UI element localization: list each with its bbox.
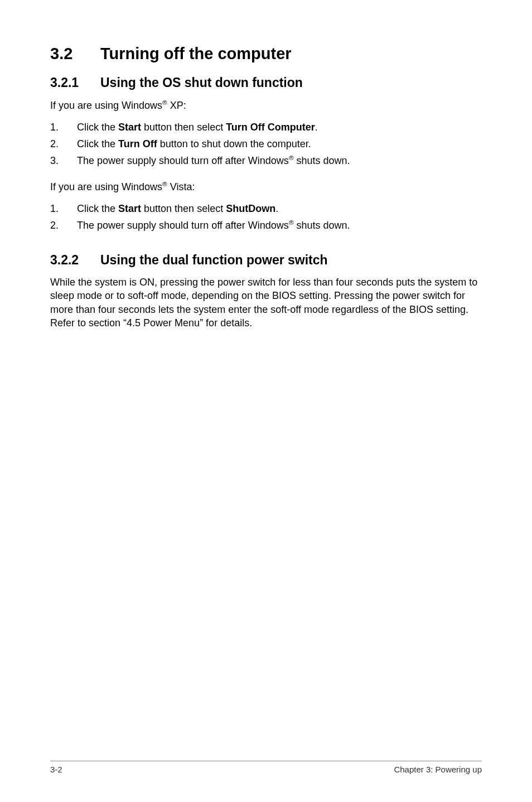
steps-list-xp: 1.Click the Start button then select Tur… [50, 120, 482, 168]
steps-list-vista: 1.Click the Start button then select Shu… [50, 201, 482, 233]
subsection-number: 3.2.2 [50, 253, 100, 268]
list-item: 3.The power supply should turn off after… [50, 153, 482, 168]
section-heading: 3.2Turning off the computer [50, 45, 482, 63]
subsection-heading: 3.2.2Using the dual function power switc… [50, 253, 482, 268]
registered-trademark: ® [162, 99, 167, 106]
subsection-title: Using the OS shut down function [100, 75, 303, 90]
subsection-title: Using the dual function power switch [100, 253, 328, 267]
body-text: While the system is ON, pressing the pow… [50, 276, 482, 330]
subsection-heading: 3.2.1Using the OS shut down function [50, 75, 482, 90]
text-fragment: If you are using Windows [50, 100, 162, 111]
intro-text-vista: If you are using Windows® Vista: [50, 180, 482, 194]
subsection-number: 3.2.1 [50, 75, 100, 90]
step-text: The power supply should turn off after W… [77, 218, 350, 233]
step-number: 1. [50, 201, 77, 216]
page-number: 3-2 [50, 765, 62, 774]
step-text: The power supply should turn off after W… [77, 153, 350, 168]
text-fragment: If you are using Windows [50, 181, 162, 192]
list-item: 1.Click the Start button then select Tur… [50, 120, 482, 134]
intro-text-xp: If you are using Windows® XP: [50, 98, 482, 112]
step-text: Click the Start button then select ShutD… [77, 201, 278, 216]
step-text: Click the Turn Off button to shut down t… [77, 137, 311, 151]
step-number: 3. [50, 153, 77, 168]
list-item: 1.Click the Start button then select Shu… [50, 201, 482, 216]
registered-trademark: ® [162, 180, 167, 187]
step-number: 1. [50, 120, 77, 134]
step-number: 2. [50, 218, 77, 233]
step-number: 2. [50, 137, 77, 151]
section-number: 3.2 [50, 45, 100, 63]
chapter-label: Chapter 3: Powering up [394, 765, 482, 774]
section-title: Turning off the computer [100, 45, 292, 62]
list-item: 2.The power supply should turn off after… [50, 218, 482, 233]
text-fragment: Vista: [167, 181, 195, 192]
text-fragment: XP: [167, 100, 186, 111]
list-item: 2.Click the Turn Off button to shut down… [50, 137, 482, 151]
step-text: Click the Start button then select Turn … [77, 120, 318, 134]
page-footer: 3-2 Chapter 3: Powering up [50, 761, 482, 774]
